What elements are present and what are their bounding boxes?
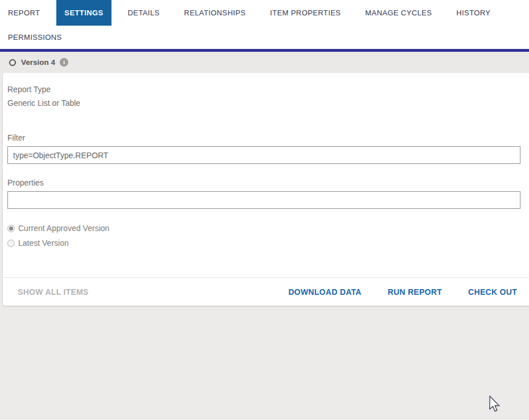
download-data-button[interactable]: DOWNLOAD DATA bbox=[288, 287, 362, 297]
report-type-label: Report Type bbox=[7, 73, 520, 94]
radio-current-approved-version[interactable]: Current Approved Version bbox=[7, 221, 520, 236]
version-header: Version 4 i bbox=[0, 52, 529, 73]
tab-history[interactable]: HISTORY bbox=[448, 0, 498, 26]
tab-item-properties[interactable]: ITEM PROPERTIES bbox=[262, 0, 349, 26]
tab-relationships[interactable]: RELATIONSHIPS bbox=[176, 0, 254, 26]
radio-latest-version[interactable]: Latest Version bbox=[7, 236, 520, 250]
filter-label: Filter bbox=[7, 133, 520, 142]
tab-manage-cycles[interactable]: MANAGE CYCLES bbox=[357, 0, 440, 26]
tab-row-1: REPORT SETTINGS DETAILS RELATIONSHIPS IT… bbox=[0, 0, 529, 26]
check-out-button[interactable]: CHECK OUT bbox=[468, 287, 517, 297]
settings-panel: Report Type Generic List or Table Filter… bbox=[3, 73, 529, 306]
settings-panel-body: Report Type Generic List or Table Filter… bbox=[3, 73, 529, 277]
report-type-value: Generic List or Table bbox=[7, 98, 520, 108]
version-option-group: Current Approved Version Latest Version bbox=[7, 221, 520, 250]
tab-row-2: PERMISSIONS bbox=[0, 26, 529, 49]
radio-selected-icon bbox=[7, 225, 15, 232]
action-bar: SHOW ALL ITEMS DOWNLOAD DATA RUN REPORT … bbox=[3, 277, 529, 306]
version-label: Version 4 bbox=[21, 58, 55, 67]
version-status-circle-icon bbox=[9, 59, 16, 66]
mouse-cursor-icon bbox=[489, 396, 503, 416]
tab-settings[interactable]: SETTINGS bbox=[56, 0, 111, 26]
filter-input[interactable] bbox=[7, 146, 520, 164]
tab-permissions[interactable]: PERMISSIONS bbox=[0, 26, 70, 49]
show-all-items-button[interactable]: SHOW ALL ITEMS bbox=[18, 287, 89, 297]
action-bar-right: DOWNLOAD DATA RUN REPORT CHECK OUT bbox=[288, 287, 529, 297]
run-report-button[interactable]: RUN REPORT bbox=[388, 287, 443, 297]
radio-label: Current Approved Version bbox=[18, 224, 109, 233]
properties-label: Properties bbox=[7, 178, 520, 187]
tab-header: REPORT SETTINGS DETAILS RELATIONSHIPS IT… bbox=[0, 0, 529, 49]
properties-input[interactable] bbox=[7, 191, 520, 209]
info-icon[interactable]: i bbox=[60, 58, 68, 67]
radio-label: Latest Version bbox=[18, 238, 69, 248]
tab-report[interactable]: REPORT bbox=[0, 0, 48, 26]
radio-unselected-icon bbox=[7, 240, 15, 247]
tab-details[interactable]: DETAILS bbox=[120, 0, 168, 26]
